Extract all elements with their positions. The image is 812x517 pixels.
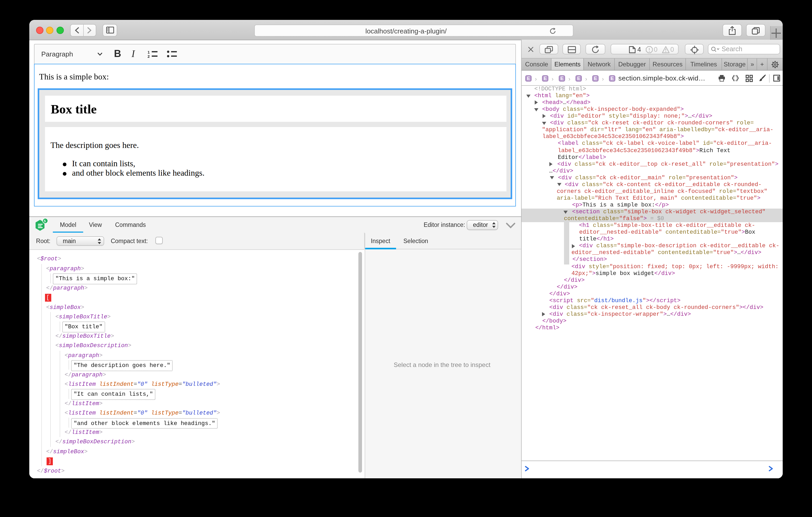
svg-text:2: 2 bbox=[148, 54, 150, 58]
svg-text:1: 1 bbox=[148, 50, 150, 54]
